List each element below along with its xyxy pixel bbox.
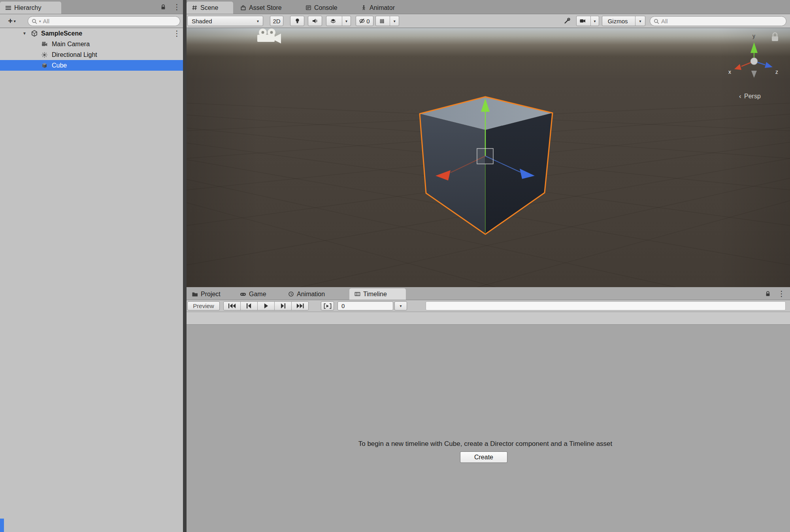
tree-row-directional-light[interactable]: Directional Light [0,49,183,60]
wrench-icon [564,18,570,24]
frame-value: 0 [341,303,345,309]
scene-camera-dropdown[interactable]: ▾ [576,16,599,26]
gizmos-dropdown[interactable]: Gizmos ▾ [602,16,645,26]
tab-game[interactable]: Game [235,288,280,300]
previous-frame-button[interactable] [240,302,257,310]
bottom-panel-kebab-icon[interactable]: ⋮ [778,290,785,297]
toggle-2d-button[interactable]: 2D [270,16,283,26]
play-button[interactable] [257,302,274,310]
play-range-button[interactable] [321,301,334,310]
scene-grid-icon [192,5,198,11]
next-frame-button[interactable] [274,302,291,310]
add-object-button[interactable]: + ▾ [3,16,21,26]
2d-label: 2D [273,18,280,24]
tab-label: Project [201,291,221,298]
asset-store-icon [240,5,246,11]
timeline-header-strip [187,312,790,325]
timeline-options-dropdown[interactable]: ▾ [394,301,407,310]
camera-object-icon [41,41,48,47]
bottom-tabbar: Project Game Animation Timeline ⋮ [187,287,790,300]
tab-animator[interactable]: Animator [356,2,413,14]
center-handle[interactable] [477,149,493,164]
scene-lighting-button[interactable] [290,16,304,26]
scene-toolbar: Shaded ▾ 2D ▾ 0 [187,14,790,28]
axis-x-label: x [728,69,731,75]
unity-scene-icon [31,30,38,37]
search-icon [32,19,37,24]
go-to-start-button[interactable] [224,302,240,310]
axis-y-label: y [752,33,755,39]
timeline-ruler[interactable] [426,301,786,310]
folder-icon [192,291,198,297]
hierarchy-panel: Hierarchy ⋮ + ▾ ▾ ▼ SampleScene ⋮ [0,0,183,532]
video-camera-icon [577,16,588,26]
effects-layers-icon [326,16,340,26]
eye-off-icon [359,18,365,24]
frame-number-field[interactable]: 0 [337,301,393,310]
preview-toggle-button[interactable]: Preview [187,301,220,310]
caret-down-icon: ▾ [590,16,599,26]
lightbulb-icon [294,18,300,24]
tree-row-cube[interactable]: Cube [0,60,183,71]
light-object-icon [41,52,48,58]
scene-search-field[interactable] [650,16,786,26]
hierarchy-search-input[interactable] [43,18,176,24]
hierarchy-menu-icon [5,5,11,11]
scene-effects-dropdown[interactable]: ▾ [326,16,351,26]
timeline-icon [354,291,360,297]
timeline-empty-message: To begin a new timeline with Cube, creat… [187,440,784,448]
caret-down-icon: ▾ [400,304,402,308]
disclosure-triangle-icon[interactable]: ▼ [23,31,26,36]
tab-timeline[interactable]: Timeline [349,288,406,300]
scene-audio-button[interactable] [308,16,322,26]
create-label: Create [474,454,493,461]
tab-label: Animation [297,291,325,298]
scene-tools-button[interactable] [561,16,573,26]
tab-hierarchy[interactable]: Hierarchy [0,2,61,14]
hierarchy-search-field[interactable]: ▾ [28,16,180,26]
animator-icon [361,5,367,11]
tab-scene[interactable]: Scene [187,2,233,14]
scene-visibility-button[interactable]: 0 [356,16,373,26]
tab-label: Scene [200,4,218,11]
tab-label: Hierarchy [14,4,41,11]
hierarchy-toolbar: + ▾ ▾ [0,14,183,28]
grid-snapping-dropdown[interactable]: ▾ [375,16,399,26]
projection-label: Persp [744,93,761,100]
scene-search-input[interactable] [661,18,782,24]
scene-tabbar: Scene Asset Store Console Animator [187,0,790,14]
scene-viewport[interactable]: y x z ‹ Persp [187,28,790,287]
bottom-panel-lock-icon[interactable] [765,291,771,297]
hierarchy-kebab-icon[interactable]: ⋮ [173,3,181,11]
hierarchy-scroll-indicator[interactable] [0,519,4,532]
hidden-count: 0 [366,18,370,24]
shading-mode-dropdown[interactable]: Shaded ▾ [187,16,263,26]
gizmos-label: Gizmos [602,16,633,26]
tab-asset-store[interactable]: Asset Store [235,2,297,14]
tab-project[interactable]: Project [187,288,232,300]
tab-label: Game [249,291,266,298]
caret-down-icon: ▾ [257,19,259,23]
hierarchy-lock-icon[interactable] [160,4,166,10]
caret-down-icon: ▾ [342,16,351,26]
plus-icon: + [8,17,13,26]
tab-console[interactable]: Console [300,2,353,14]
scene-kebab-icon[interactable]: ⋮ [173,30,181,37]
tab-label: Animator [370,4,395,11]
play-range-icon [324,303,332,309]
gizmo-center-sphere[interactable] [750,58,758,65]
object-name: Main Camera [52,41,90,48]
scene-name: SampleScene [41,30,82,37]
grid-icon [376,16,388,26]
search-type-caret-icon: ▾ [39,19,41,23]
go-to-end-button[interactable] [291,302,308,310]
console-icon [305,5,311,11]
preview-label: Preview [193,303,214,309]
tab-animation[interactable]: Animation [283,288,347,300]
panel-divider[interactable] [183,0,187,532]
tree-row-main-camera[interactable]: Main Camera [0,39,183,49]
tree-row-scene[interactable]: ▼ SampleScene ⋮ [0,28,183,39]
tab-label: Asset Store [249,4,282,11]
shading-mode-label: Shaded [192,18,212,24]
create-timeline-button[interactable]: Create [460,451,507,463]
